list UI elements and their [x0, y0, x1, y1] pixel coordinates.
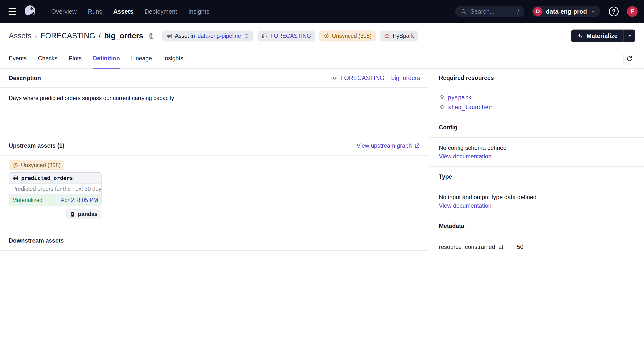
description-title: Description: [9, 75, 41, 82]
tab-events[interactable]: Events: [9, 49, 26, 68]
materialize-button[interactable]: Materialize: [571, 30, 624, 42]
unsynced-icon: [13, 162, 18, 168]
job-link[interactable]: FORECASTING__big_orders: [331, 74, 420, 82]
external-link-icon: [414, 143, 420, 148]
tab-checks[interactable]: Checks: [38, 49, 57, 68]
config-header: Config: [429, 117, 644, 138]
downstream-title: Downstream assets: [9, 237, 64, 244]
primary-nav: Overview Runs Assets Deployment Insights: [51, 8, 209, 15]
breadcrumb-group: FORECASTING: [40, 32, 95, 40]
breadcrumb-chevron: ›: [35, 32, 37, 40]
config-doc-link[interactable]: View documentation: [439, 152, 492, 160]
tab-plots[interactable]: Plots: [68, 49, 82, 68]
deployment-badge: D: [533, 7, 542, 16]
breadcrumb-assets-link[interactable]: Assets: [9, 32, 32, 40]
definition-main: Description FORECASTING__big_orders Days…: [0, 68, 429, 347]
config-block: No config schema defined View documentat…: [429, 138, 644, 166]
breadcrumb-slash: /: [98, 32, 101, 40]
chevron-down-icon: [590, 8, 596, 14]
copy-icon[interactable]: [148, 33, 155, 39]
resource-icon: [439, 104, 445, 110]
required-resources-header: Required resources: [429, 68, 644, 87]
asset-tabs: Events Checks Plots Definition Lineage I…: [0, 49, 644, 68]
downstream-section-header: Downstream assets: [0, 230, 429, 250]
deployment-name: data-eng-prod: [546, 8, 587, 15]
asset-card-status: Materialized: [12, 197, 42, 204]
search-icon: [460, 8, 467, 15]
job-link-label: FORECASTING__big_orders: [340, 74, 420, 82]
resource-icon: [439, 94, 445, 100]
upstream-section-header: Upstream assets (1) View upstream graph: [0, 136, 429, 156]
sparkles-icon: [577, 33, 583, 39]
nav-item-deployment[interactable]: Deployment: [145, 8, 177, 15]
description-body: Days where predicted orders surpass our …: [0, 88, 429, 136]
compute-kind-pandas[interactable]: pandas: [66, 209, 102, 219]
table-icon: [166, 33, 172, 39]
compute-kind-pandas-label: pandas: [78, 211, 98, 218]
deployment-switcher[interactable]: D data-eng-prod: [532, 6, 600, 17]
job-pipeline-link[interactable]: data-eng-pipeline: [198, 33, 241, 39]
upstream-sync-status-badge[interactable]: Unsynced (308): [9, 160, 64, 170]
table-icon: [12, 175, 18, 181]
asset-card-header: predicted_orders: [9, 172, 101, 184]
dagster-logo-icon[interactable]: [22, 4, 38, 19]
definition-sidebar: Required resources pyspark step_launcher…: [429, 68, 644, 347]
tag-sync-label: Unsynced (308): [332, 33, 372, 39]
page-title: big_orders: [104, 32, 143, 40]
asset-card-compute-row: pandas: [9, 209, 102, 219]
help-icon[interactable]: ?: [609, 6, 619, 16]
materialize-dropdown-caret[interactable]: [624, 30, 635, 42]
tag-asset-in-job: Asset in data-eng-pipeline: [162, 30, 254, 42]
type-empty-text: No input and output type data defined: [439, 193, 634, 201]
refresh-button[interactable]: [624, 53, 635, 64]
upstream-asset-card[interactable]: predicted_orders Predicted orders for th…: [9, 172, 102, 206]
nav-item-insights[interactable]: Insights: [188, 8, 209, 15]
upstream-sync-status-label: Unsynced (308): [21, 162, 60, 168]
tag-sync-status[interactable]: Unsynced (308): [319, 30, 376, 42]
tab-definition[interactable]: Definition: [93, 49, 120, 68]
asset-card-name: predicted_orders: [21, 175, 73, 181]
tab-lineage[interactable]: Lineage: [131, 49, 152, 68]
required-resources-list: pyspark step_launcher: [429, 87, 644, 117]
nav-item-runs[interactable]: Runs: [88, 8, 102, 15]
resource-link-pyspark[interactable]: pyspark: [448, 93, 472, 102]
breadcrumb: Assets › FORECASTING / big_orders: [9, 32, 155, 40]
nav-item-assets[interactable]: Assets: [114, 8, 134, 15]
resource-link-step-launcher[interactable]: step_launcher: [448, 103, 492, 111]
type-doc-link[interactable]: View documentation: [439, 201, 492, 210]
asset-card-status-row: Materialized Apr 2, 8:05 PM: [9, 195, 101, 206]
resource-row: step_launcher: [439, 103, 634, 111]
view-upstream-graph-label: View upstream graph: [357, 142, 412, 149]
type-header: Type: [429, 166, 644, 187]
metadata-row: resource_constrained_at 50: [439, 242, 634, 252]
tag-compute-label: PySpark: [393, 33, 414, 39]
search-bar[interactable]: /: [455, 6, 524, 17]
nav-item-overview[interactable]: Overview: [51, 8, 76, 15]
menu-icon[interactable]: [6, 6, 18, 17]
view-upstream-graph-link[interactable]: View upstream graph: [357, 142, 420, 149]
spark-star-icon: [384, 33, 390, 39]
materialize-label: Materialize: [586, 32, 618, 40]
metadata-value: 50: [517, 244, 524, 250]
upstream-assets-list: Unsynced (308) predicted_orders Predicte…: [0, 156, 429, 230]
tag-group[interactable]: FORECASTING: [258, 30, 315, 42]
top-nav: Overview Runs Assets Deployment Insights…: [0, 0, 644, 23]
definition-content: Description FORECASTING__big_orders Days…: [0, 68, 644, 347]
asset-card-timestamp[interactable]: Apr 2, 8:05 PM: [61, 197, 98, 204]
user-avatar[interactable]: E: [627, 6, 638, 17]
asset-page-header: Assets › FORECASTING / big_orders Asset …: [0, 23, 644, 49]
description-section-header: Description FORECASTING__big_orders: [0, 68, 429, 88]
group-icon: [262, 33, 268, 39]
unsynced-icon: [324, 33, 329, 39]
tab-insights[interactable]: Insights: [163, 49, 184, 68]
tag-group-label: FORECASTING: [270, 33, 311, 39]
upstream-title: Upstream assets (1): [9, 142, 64, 149]
search-input[interactable]: [470, 8, 514, 15]
type-block: No input and output type data defined Vi…: [429, 187, 644, 216]
config-empty-text: No config schema defined: [439, 144, 634, 152]
tag-asset-in-prefix: Asset in: [175, 33, 195, 39]
reload-icon[interactable]: [244, 33, 249, 39]
materialize-split-button: Materialize: [571, 30, 635, 42]
metadata-table: resource_constrained_at 50: [429, 236, 644, 258]
tag-compute-kind[interactable]: PySpark: [380, 30, 418, 42]
